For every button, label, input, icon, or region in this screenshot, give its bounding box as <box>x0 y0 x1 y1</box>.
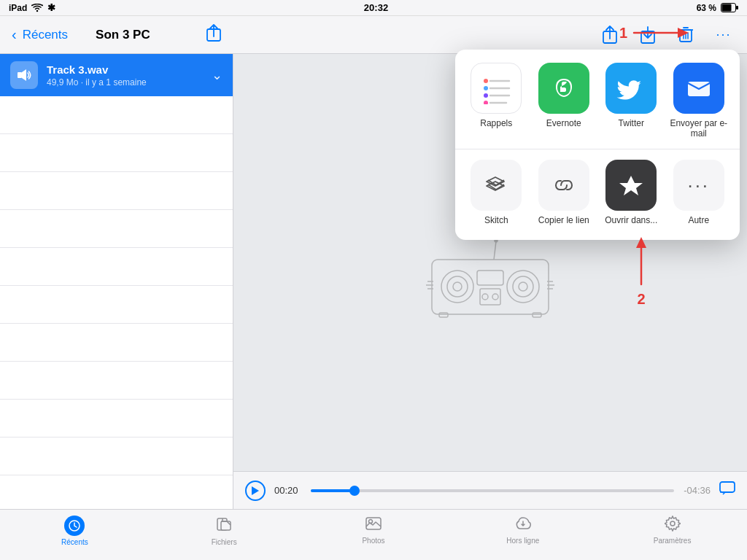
upload-icon-left[interactable] <box>206 23 222 47</box>
progress-fill <box>311 489 355 492</box>
ouvrir-svg <box>616 170 646 201</box>
settings-icon <box>665 516 681 534</box>
svg-point-13 <box>507 271 539 303</box>
share-action-ouvrir[interactable]: Ouvrir dans... <box>602 160 661 225</box>
svg-point-37 <box>670 521 675 526</box>
empty-row <box>0 96 233 134</box>
photo-icon <box>365 516 382 532</box>
empty-row <box>0 324 233 362</box>
svg-point-41 <box>484 101 488 104</box>
play-button[interactable] <box>245 481 266 501</box>
autre-label: Autre <box>688 215 709 225</box>
svg-marker-30 <box>252 486 259 495</box>
tab-fichiers-label: Fichiers <box>212 538 237 546</box>
share-action-skitch[interactable]: Skitch <box>467 160 526 225</box>
svg-rect-17 <box>480 289 500 305</box>
svg-rect-7 <box>18 72 22 78</box>
header-left: ‹ Récents Son 3 PC <box>0 23 233 47</box>
dots-more-icon: ··· <box>687 174 710 197</box>
svg-rect-1 <box>721 4 731 12</box>
empty-row <box>0 438 233 475</box>
status-right: 63 % <box>697 3 738 13</box>
empty-rows <box>0 96 233 475</box>
file-name: Track 3.wav <box>47 63 212 76</box>
copier-label: Copier le lien <box>538 215 589 225</box>
tab-parametres[interactable]: Paramètres <box>597 516 747 545</box>
file-icon <box>10 61 38 89</box>
skitch-svg <box>481 170 511 201</box>
share-separator <box>455 149 740 149</box>
arrow-1-svg <box>630 22 689 44</box>
svg-line-20 <box>494 241 496 260</box>
gear-icon <box>665 516 681 532</box>
share-app-email[interactable]: Envoyer par e-mail <box>670 63 729 139</box>
rappels-svg <box>480 72 512 104</box>
tab-bar: Récents Fichiers Photos <box>0 509 747 560</box>
share-app-evernote[interactable]: Evernote <box>535 63 594 139</box>
share-popup: Rappels Evernote Twitter <box>455 50 740 240</box>
svg-point-15 <box>519 282 527 291</box>
share-app-twitter[interactable]: Twitter <box>602 63 661 139</box>
evernote-label: Evernote <box>546 118 581 128</box>
arrow-2-svg <box>630 237 652 288</box>
page-title: Son 3 PC <box>96 28 150 42</box>
files-icon <box>216 516 232 532</box>
share-action-autre[interactable]: ··· Autre <box>670 160 729 225</box>
copier-icon <box>538 160 589 211</box>
email-label: Envoyer par e-mail <box>670 118 729 139</box>
empty-row <box>0 134 233 172</box>
svg-marker-47 <box>678 28 689 38</box>
tab-photos[interactable]: Photos <box>299 516 449 545</box>
share-button[interactable] <box>598 23 622 47</box>
autre-icon: ··· <box>673 160 724 211</box>
skitch-label: Skitch <box>484 215 508 225</box>
file-info: Track 3.wav 49,9 Mo · il y a 1 semaine <box>47 63 212 88</box>
rappels-icon <box>471 63 522 114</box>
twitter-label: Twitter <box>619 118 644 128</box>
empty-row <box>0 286 233 324</box>
arrow-1-label: 1 <box>619 25 627 42</box>
back-button[interactable]: Récents <box>23 28 68 42</box>
rappels-label: Rappels <box>480 118 512 128</box>
share-icon-left <box>206 23 222 44</box>
current-time: 00:20 <box>274 485 302 496</box>
tab-recents[interactable]: Récents <box>0 516 150 546</box>
ipad-label: iPad <box>9 3 27 13</box>
arrow-2-label: 2 <box>630 291 652 308</box>
chat-button[interactable] <box>719 481 735 499</box>
tab-horsligne-label: Hors ligne <box>506 537 539 545</box>
tab-horsligne[interactable]: Hors ligne <box>448 516 597 545</box>
tab-fichiers[interactable]: Fichiers <box>150 516 299 546</box>
share-action-copier[interactable]: Copier le lien <box>535 160 594 225</box>
svg-rect-31 <box>720 482 735 492</box>
progress-track[interactable] <box>311 489 674 492</box>
file-item[interactable]: Track 3.wav 49,9 Mo · il y a 1 semaine ⌄ <box>0 54 233 96</box>
end-time: -04:36 <box>683 485 711 496</box>
share-app-rappels[interactable]: Rappels <box>467 63 526 139</box>
svg-point-12 <box>453 282 462 291</box>
evernote-icon <box>538 63 589 114</box>
fichiers-icon <box>216 516 232 536</box>
more-button[interactable]: ··· <box>712 23 735 47</box>
svg-marker-8 <box>22 69 26 81</box>
battery-icon <box>721 3 738 12</box>
svg-rect-34 <box>221 521 231 530</box>
chat-icon <box>719 481 735 496</box>
svg-rect-16 <box>477 271 503 285</box>
empty-row <box>0 362 233 400</box>
file-meta: 49,9 Mo · il y a 1 semaine <box>47 77 212 88</box>
email-svg <box>684 73 714 104</box>
svg-point-11 <box>447 276 468 297</box>
bluetooth-icon: ✱ <box>47 2 55 13</box>
offline-icon-svg <box>515 516 531 532</box>
play-icon <box>252 486 259 495</box>
file-chevron-icon[interactable]: ⌄ <box>212 67 222 83</box>
twitter-icon <box>605 63 657 114</box>
svg-point-10 <box>441 271 473 303</box>
status-bar: iPad ✱ 20:32 63 % <box>0 0 747 16</box>
tab-photos-label: Photos <box>362 537 384 545</box>
empty-row <box>0 400 233 438</box>
audio-bar: 00:20 -04:36 <box>233 471 747 509</box>
wifi-icon <box>31 4 43 12</box>
share-row-actions: Skitch Copier le lien Ouvrir dans... <box>467 160 728 225</box>
